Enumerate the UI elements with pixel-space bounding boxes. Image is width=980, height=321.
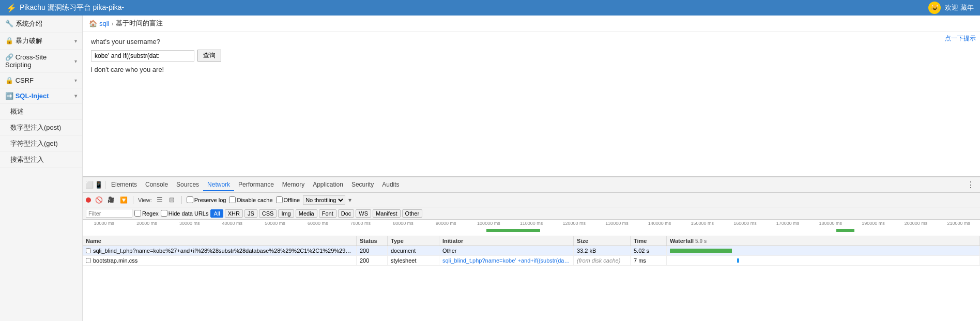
row2-initiator: sqli_blind_t.php?name=kobe' +and+if((sub… [439, 256, 574, 265]
sidebar-item-intro[interactable]: 🔧 系统介绍 [0, 16, 82, 33]
sidebar-item-csrf[interactable]: 🔒 CSRF ▾ [0, 73, 82, 88]
waterfall-bar-blue [737, 258, 739, 263]
breadcrumb-sep: › [112, 20, 114, 27]
devtools-tabs: ⬜ 📱 Elements Console Sources Network Per… [83, 177, 980, 193]
right-link[interactable]: 点一下提示 [945, 34, 976, 43]
detail-view-icon[interactable]: ⊟ [167, 195, 177, 205]
preserve-log-input[interactable] [187, 196, 193, 203]
tab-performance[interactable]: Performance [234, 179, 278, 191]
chevron-down-icon: ▾ [74, 38, 77, 44]
content-area: 🏠 sqli › 基于时间的盲注 点一下提示 what's your usern… [83, 16, 980, 321]
hide-data-urls-input[interactable] [161, 210, 167, 217]
chevron-down-icon: ▾ [74, 78, 77, 83]
page-area: 🏠 sqli › 基于时间的盲注 点一下提示 what's your usern… [83, 16, 980, 176]
more-options-icon[interactable]: ⋮ [963, 180, 978, 190]
regex-input[interactable] [134, 210, 141, 217]
stop-icon[interactable]: 🚫 [94, 195, 103, 205]
view-label: View: [138, 197, 152, 203]
type-filters: All XHR JS CSS Img Media Font Doc WS Man… [210, 209, 422, 218]
toolbar-sep1 [133, 196, 133, 204]
row1-name: sqli_blind_t.php?name=kobe%27+and+if%28%… [83, 246, 357, 255]
row2-status: 200 [357, 256, 388, 265]
main-layout: 🔧 系统介绍 🔒 暴力破解 ▾ 🔗 Cross-Site Scripting ▾… [0, 16, 980, 321]
header-status[interactable]: Status [357, 236, 388, 246]
sidebar-sub-numeric-inject[interactable]: 数字型注入(post) [0, 120, 82, 136]
type-media-button[interactable]: Media [296, 209, 317, 218]
disable-cache-input[interactable] [229, 196, 236, 203]
chevron-down-icon: ▾ [74, 58, 77, 64]
row2-waterfall [667, 256, 980, 265]
tab-memory[interactable]: Memory [278, 179, 309, 191]
welcome-text: 欢迎 藏年 [945, 3, 974, 12]
input-row: 查询 [91, 50, 972, 62]
tab-application[interactable]: Application [309, 179, 347, 191]
type-img-button[interactable]: Img [278, 209, 294, 218]
regex-checkbox[interactable]: Regex [134, 210, 159, 217]
header-waterfall[interactable]: Waterfall 5.0 s [667, 236, 980, 246]
tab-security[interactable]: Security [347, 179, 378, 191]
row1-waterfall [667, 246, 980, 255]
type-font-button[interactable]: Font [319, 209, 336, 218]
tab-separator [105, 181, 105, 189]
sidebar-item-bruteforce[interactable]: 🔒 暴力破解 ▾ [0, 33, 82, 50]
breadcrumb-home[interactable]: sqli [99, 20, 110, 27]
waterfall-bar-green [670, 249, 732, 253]
sidebar-sub-char-inject[interactable]: 字符型注入(get) [0, 136, 82, 152]
device-icon[interactable]: 📱 [94, 180, 103, 190]
clear-icon[interactable]: 🎥 [106, 195, 116, 205]
header-initiator[interactable]: Initiator [439, 236, 574, 246]
username-input[interactable] [91, 50, 194, 62]
preserve-log-checkbox[interactable]: Preserve log [187, 196, 226, 203]
header-type[interactable]: Type [388, 236, 439, 246]
row1-checkbox[interactable] [86, 248, 91, 253]
list-view-icon[interactable]: ☰ [155, 195, 164, 205]
sidebar-sub-overview[interactable]: 概述 [0, 104, 82, 120]
tab-audits[interactable]: Audits [378, 179, 403, 191]
table-row[interactable]: bootstrap.min.css 200 stylesheet sqli_bl… [83, 256, 980, 266]
row1-size: 33.2 kB [574, 246, 631, 255]
app-title: Pikachu 漏洞练习平台 pika-pika- [20, 3, 124, 12]
tab-console[interactable]: Console [141, 179, 172, 191]
breadcrumb-current: 基于时间的盲注 [116, 19, 163, 28]
type-js-button[interactable]: JS [244, 209, 257, 218]
tab-sources[interactable]: Sources [172, 179, 203, 191]
filter-bar: Regex Hide data URLs All XHR JS CSS Img … [83, 207, 980, 220]
wf-green-bar2 [836, 229, 854, 232]
inspect-icon[interactable]: ⬜ [85, 180, 94, 190]
toolbar-sep2 [181, 196, 182, 204]
header-name[interactable]: Name [83, 236, 357, 246]
hide-data-urls-checkbox[interactable]: Hide data URLs [161, 210, 209, 217]
type-ws-button[interactable]: WS [356, 209, 371, 218]
disable-cache-checkbox[interactable]: Disable cache [229, 196, 272, 203]
offline-input[interactable] [276, 196, 283, 203]
top-bar-left: ⚡ Pikachu 漏洞练习平台 pika-pika- [6, 3, 124, 13]
throttling-select[interactable]: No throttling [303, 195, 345, 205]
type-all-button[interactable]: All [210, 209, 223, 218]
type-other-button[interactable]: Other [402, 209, 423, 218]
question-label: what's your username? [91, 38, 972, 45]
type-xhr-button[interactable]: XHR [225, 209, 243, 218]
row2-checkbox[interactable] [86, 258, 91, 263]
header-time[interactable]: Time [631, 236, 667, 246]
filter-input[interactable] [86, 209, 132, 218]
tab-elements[interactable]: Elements [107, 179, 141, 191]
timeline-bar: 10000 ms 20000 ms 30000 ms 40000 ms 5000… [83, 220, 980, 236]
table-row[interactable]: sqli_blind_t.php?name=kobe%27+and+if%28%… [83, 246, 980, 256]
breadcrumb: 🏠 sqli › 基于时间的盲注 [83, 16, 980, 32]
offline-checkbox[interactable]: Offline [276, 196, 300, 203]
throttle-dropdown-icon[interactable]: ▾ [348, 196, 351, 204]
sidebar-item-xss[interactable]: 🔗 Cross-Site Scripting ▾ [0, 50, 82, 73]
tab-network[interactable]: Network [203, 179, 234, 191]
record-button[interactable] [86, 197, 91, 203]
sidebar-item-sqlinject[interactable]: ➡️ SQL-Inject ▾ [0, 88, 82, 104]
type-doc-button[interactable]: Doc [338, 209, 355, 218]
top-bar-right: 🐱 欢迎 藏年 [928, 2, 974, 14]
filter-icon[interactable]: 🔽 [119, 195, 128, 205]
header-size[interactable]: Size [574, 236, 631, 246]
type-manifest-button[interactable]: Manifest [373, 209, 401, 218]
sidebar-sub-search-inject[interactable]: 搜索型注入 [0, 152, 82, 168]
type-css-button[interactable]: CSS [259, 209, 277, 218]
query-button[interactable]: 查询 [197, 50, 221, 62]
row2-size: (from disk cache) [574, 256, 631, 265]
row2-time: 7 ms [631, 256, 667, 265]
